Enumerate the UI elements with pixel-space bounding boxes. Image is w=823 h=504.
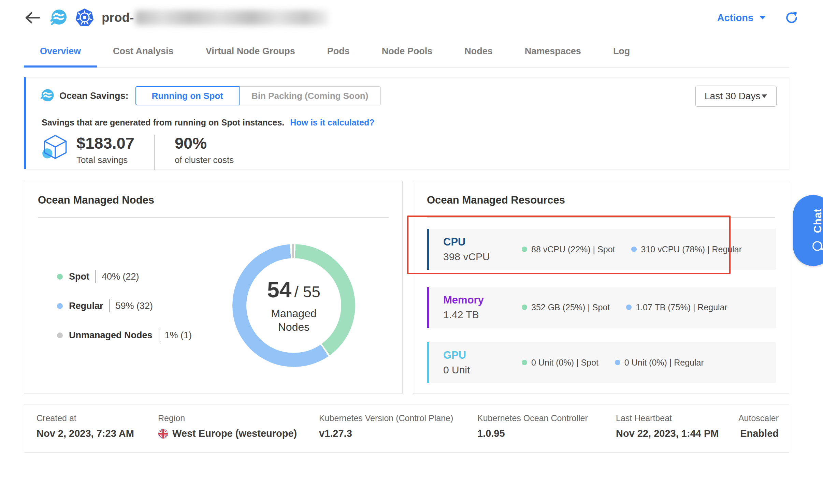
meta-region: Region West Europe (westeurope)	[158, 413, 297, 439]
tab-label: Cost Analysis	[113, 46, 174, 57]
tab-label: Virtual Node Groups	[206, 46, 295, 57]
chat-label: Chat	[812, 208, 823, 233]
meta-last-heartbeat: Last Heartbeat Nov 22, 2023, 1:44 PM	[616, 413, 719, 439]
top-bar-actions: Actions	[717, 0, 798, 35]
savings-toggle-group: Running on Spot Bin Packing (Coming Soon…	[135, 86, 381, 105]
spot-dot-icon	[57, 274, 63, 280]
page-title: prod-	[102, 10, 328, 25]
bin-packing-toggle[interactable]: Bin Packing (Coming Soon)	[239, 86, 381, 105]
regular-dot-icon	[631, 247, 637, 252]
legend-item-spot: Spot 40% (22)	[57, 267, 192, 286]
legend-item-unmanaged: Unmanaged Nodes 1% (1)	[57, 326, 192, 345]
ocean-wave-icon	[40, 88, 55, 103]
ocean-savings-label: Ocean Savings:	[59, 91, 129, 101]
how-calculated-link[interactable]: How is it calculated?	[290, 118, 374, 127]
tab-virtual-node-groups[interactable]: Virtual Node Groups	[190, 35, 311, 67]
kubernetes-logo-icon	[75, 8, 94, 27]
meta-created-at: Created at Nov 2, 2023, 7:23 AM	[37, 413, 134, 439]
refresh-button[interactable]	[785, 11, 798, 25]
tab-pods[interactable]: Pods	[311, 35, 366, 67]
meta-label: Autoscaler	[738, 413, 779, 423]
regular-dot-icon	[57, 303, 63, 309]
chat-bubble-icon	[811, 240, 823, 253]
tab-overview[interactable]: Overview	[24, 35, 97, 67]
legend-value: 40% (22)	[102, 271, 139, 282]
meta-label: Last Heartbeat	[616, 413, 719, 423]
total-savings-stat: $183.07 Total savings	[76, 135, 134, 165]
meta-k8s-version: Kubernetes Version (Control Plane) v1.27…	[319, 413, 453, 439]
ocean-managed-nodes-card: Ocean Managed Nodes Spot 40% (22) Regula…	[24, 181, 403, 394]
card-divider	[427, 217, 775, 218]
savings-description: Savings that are generated from running …	[42, 118, 374, 128]
tab-label: Nodes	[464, 46, 493, 57]
managed-nodes-donut-chart: 54 / 55 Managed Nodes	[232, 244, 355, 367]
meta-value: Enabled	[740, 428, 779, 439]
stat-text: 352 GB (25%) | Spot	[531, 302, 610, 312]
meta-autoscaler: Autoscaler Enabled	[738, 413, 779, 439]
tab-label: Node Pools	[382, 46, 433, 57]
refresh-icon	[785, 11, 798, 25]
legend-label: Spot	[69, 271, 89, 282]
chevron-down-icon	[759, 15, 766, 20]
tab-cost-analysis[interactable]: Cost Analysis	[97, 35, 190, 67]
tab-label: Pods	[327, 46, 350, 57]
running-on-spot-toggle[interactable]: Running on Spot	[135, 86, 240, 105]
ocean-logo-icon	[49, 9, 68, 27]
ocean-managed-resources-card: Ocean Managed Resources CPU 398 vCPU 88 …	[413, 181, 789, 394]
stat-text: 0 Unit (0%) | Spot	[531, 358, 598, 368]
cpu-accent-bar	[427, 229, 429, 270]
meta-label: Region	[158, 413, 297, 423]
meta-label: Created at	[37, 413, 134, 423]
tab-nodes[interactable]: Nodes	[448, 35, 509, 67]
legend-value: 59% (32)	[116, 301, 153, 311]
memory-accent-bar	[427, 287, 429, 328]
gpu-accent-bar	[427, 342, 429, 383]
tab-label: Log	[613, 46, 630, 57]
resource-total: 0 Unit	[443, 364, 522, 376]
stat-text: 310 vCPU (78%) | Regular	[641, 244, 742, 254]
period-dropdown[interactable]: Last 30 Days	[695, 86, 777, 107]
regular-dot-icon	[615, 360, 620, 365]
resource-name: CPU	[443, 236, 522, 248]
memory-regular-stat: 1.07 TB (75%) | Regular	[626, 302, 727, 312]
legend-separator	[96, 270, 96, 283]
percent-value: 90%	[175, 135, 234, 151]
legend-item-regular: Regular 59% (32)	[57, 296, 192, 315]
percent-label: of cluster costs	[175, 155, 234, 165]
actions-dropdown[interactable]: Actions	[717, 12, 766, 24]
toggle-label: Bin Packing (Coming Soon)	[251, 91, 368, 101]
meta-label: Kubernetes Version (Control Plane)	[319, 413, 453, 423]
legend-separator	[110, 299, 110, 312]
regular-dot-icon	[626, 305, 632, 310]
meta-value: Nov 2, 2023, 7:23 AM	[37, 428, 134, 439]
tab-log[interactable]: Log	[597, 35, 646, 67]
resource-row-cpu: CPU 398 vCPU 88 vCPU (22%) | Spot 310 vC…	[427, 229, 776, 270]
stat-text: 0 Unit (0%) | Regular	[624, 358, 704, 368]
cluster-meta-bar: Created at Nov 2, 2023, 7:23 AM Region W…	[24, 404, 789, 453]
total-savings-value: $183.07	[76, 135, 134, 151]
card-title: Ocean Managed Resources	[427, 194, 565, 206]
back-button[interactable]	[24, 11, 42, 25]
period-value: Last 30 Days	[705, 91, 760, 102]
total-savings-label: Total savings	[76, 155, 134, 165]
resource-name: GPU	[443, 349, 522, 361]
ocean-savings-banner: Ocean Savings: Running on Spot Bin Packi…	[24, 77, 789, 169]
chat-button[interactable]: Chat	[793, 195, 823, 266]
description-text: Savings that are generated from running …	[42, 118, 284, 127]
stats-divider	[154, 135, 155, 170]
legend-value: 1% (1)	[165, 330, 192, 341]
resource-row-gpu: GPU 0 Unit 0 Unit (0%) | Spot 0 Unit (0%…	[427, 342, 776, 383]
tab-label: Overview	[40, 46, 81, 57]
cluster-name-redacted	[135, 10, 328, 25]
tab-node-pools[interactable]: Node Pools	[366, 35, 449, 67]
actions-label: Actions	[717, 12, 753, 24]
toggle-label: Running on Spot	[152, 91, 223, 101]
meta-label: Kubernetes Ocean Controller	[477, 413, 588, 423]
meta-value-text: West Europe (westeurope)	[172, 428, 297, 439]
card-title: Ocean Managed Nodes	[38, 194, 154, 206]
cpu-spot-stat: 88 vCPU (22%) | Spot	[522, 244, 615, 254]
tab-namespaces[interactable]: Namespaces	[509, 35, 597, 67]
top-bar: prod-	[24, 0, 328, 35]
stat-text: 88 vCPU (22%) | Spot	[531, 244, 615, 254]
uk-flag-icon	[158, 429, 168, 439]
